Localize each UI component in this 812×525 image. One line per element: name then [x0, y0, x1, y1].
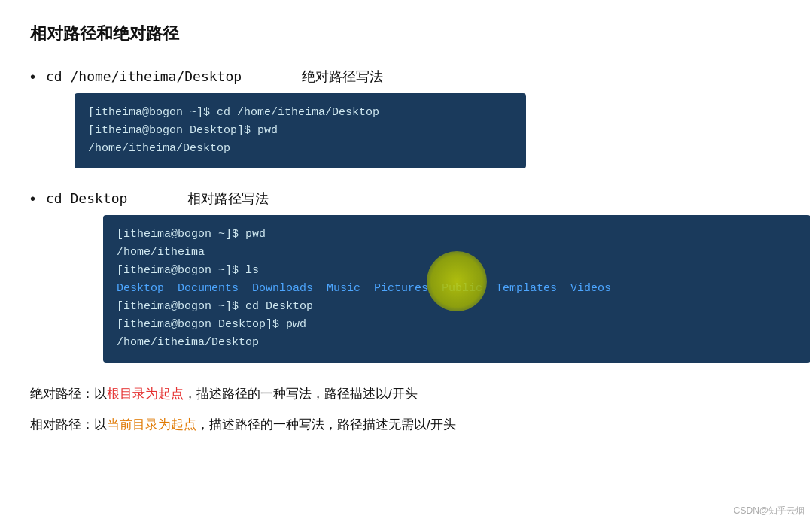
bullet-dot-2: •	[30, 190, 35, 208]
terminal-line-1-1: [itheima@bogon Desktop]$ pwd	[88, 122, 512, 140]
terminal-2-wrapper: [itheima@bogon ~]$ pwd /home/itheima [it…	[75, 215, 782, 363]
terminal-2: [itheima@bogon ~]$ pwd /home/itheima [it…	[103, 215, 810, 363]
terminal-2-line-6: /home/itheima/Desktop	[117, 334, 797, 352]
command-1: cd /home/itheima/Desktop	[46, 68, 242, 84]
terminal-1: [itheima@bogon ~]$ cd /home/itheima/Desk…	[75, 93, 526, 168]
terminal-line-1-2: /home/itheima/Desktop	[88, 140, 512, 158]
terminal-2-line-5: [itheima@bogon Desktop]$ pwd	[117, 316, 797, 334]
terminal-line-1-0: [itheima@bogon ~]$ cd /home/itheima/Desk…	[88, 104, 512, 122]
watermark: CSDN@知乎云烟	[734, 505, 804, 517]
section-relative-path: • cd Desktop 相对路径写法 [itheima@bogon ~]$ p…	[30, 190, 782, 363]
footer-section: 绝对路径：以根目录为起点，描述路径的一种写法，路径描述以/开头 相对路径：以当前…	[30, 384, 782, 436]
bullet-content-1: cd /home/itheima/Desktop 绝对路径写法	[46, 68, 526, 86]
bullet-dot-1: •	[30, 68, 35, 86]
command-2: cd Desktop	[46, 190, 127, 206]
footer-1-highlight: 根目录为起点	[107, 387, 184, 401]
bullet-item-2: • cd Desktop 相对路径写法 [itheima@bogon ~]$ p…	[30, 190, 782, 363]
label-1: 绝对路径写法	[302, 68, 383, 86]
page-title: 相对路径和绝对路径	[30, 23, 782, 45]
terminal-2-line-0: [itheima@bogon ~]$ pwd	[117, 226, 797, 244]
section-absolute-path: • cd /home/itheima/Desktop 绝对路径写法 [ithei…	[30, 68, 782, 168]
footer-line-2: 相对路径：以当前目录为起点，描述路径的一种写法，路径描述无需以/开头	[30, 414, 782, 436]
footer-2-highlight: 当前目录为起点	[107, 417, 196, 432]
label-2: 相对路径写法	[187, 190, 269, 208]
footer-1-suffix: ，描述路径的一种写法，路径描述以/开头	[184, 387, 418, 401]
footer-1-prefix: 绝对路径：以	[30, 387, 107, 401]
footer-line-1: 绝对路径：以根目录为起点，描述路径的一种写法，路径描述以/开头	[30, 384, 782, 405]
circle-overlay	[427, 251, 487, 311]
footer-2-suffix: ，描述路径的一种写法，路径描述无需以/开头	[196, 417, 456, 432]
bullet-item-1: • cd /home/itheima/Desktop 绝对路径写法 [ithei…	[30, 68, 782, 168]
bullet-content-2: cd Desktop 相对路径写法	[46, 190, 782, 208]
footer-2-prefix: 相对路径：以	[30, 417, 107, 432]
